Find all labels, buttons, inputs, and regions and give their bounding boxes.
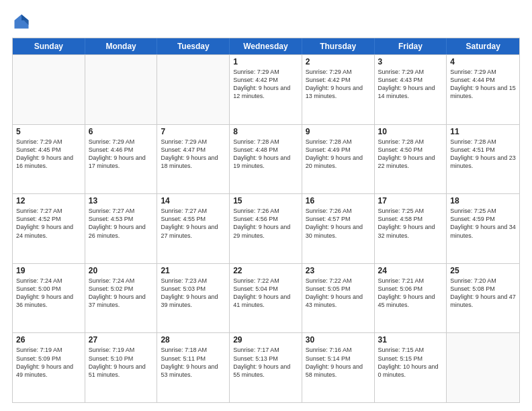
calendar-cell: 6Sunrise: 7:29 AM Sunset: 4:46 PM Daylig…: [85, 125, 158, 194]
calendar-cell: 2Sunrise: 7:29 AM Sunset: 4:42 PM Daylig…: [302, 55, 375, 124]
day-number: 17: [378, 196, 443, 205]
day-number: 27: [89, 335, 154, 345]
day-number: 23: [306, 266, 371, 275]
calendar-header-cell: Tuesday: [157, 38, 230, 54]
cell-info: Sunrise: 7:19 AM Sunset: 5:09 PM Dayligh…: [16, 346, 81, 379]
calendar-cell: 14Sunrise: 7:27 AM Sunset: 4:55 PM Dayli…: [157, 194, 230, 263]
day-number: 21: [161, 266, 226, 275]
day-number: 14: [161, 196, 226, 205]
calendar-body: 1Sunrise: 7:29 AM Sunset: 4:42 PM Daylig…: [13, 54, 519, 402]
calendar-cell: 8Sunrise: 7:28 AM Sunset: 4:48 PM Daylig…: [230, 125, 302, 194]
calendar-cell: 25Sunrise: 7:20 AM Sunset: 5:08 PM Dayli…: [447, 264, 519, 333]
calendar-cell: [13, 55, 85, 124]
cell-info: Sunrise: 7:24 AM Sunset: 5:02 PM Dayligh…: [89, 277, 154, 310]
cell-info: Sunrise: 7:22 AM Sunset: 5:04 PM Dayligh…: [233, 277, 298, 310]
day-number: 20: [89, 266, 154, 275]
calendar: SundayMondayTuesdayWednesdayThursdayFrid…: [12, 38, 520, 403]
svg-marker-1: [21, 15, 29, 21]
day-number: 2: [306, 57, 371, 66]
cell-info: Sunrise: 7:26 AM Sunset: 4:56 PM Dayligh…: [233, 207, 298, 240]
day-number: 13: [89, 196, 154, 205]
cell-info: Sunrise: 7:27 AM Sunset: 4:53 PM Dayligh…: [89, 207, 154, 240]
day-number: 22: [233, 266, 298, 275]
calendar-header-cell: Friday: [375, 38, 447, 54]
day-number: 29: [233, 335, 298, 345]
cell-info: Sunrise: 7:28 AM Sunset: 4:51 PM Dayligh…: [450, 138, 516, 171]
cell-info: Sunrise: 7:28 AM Sunset: 4:50 PM Dayligh…: [378, 138, 443, 171]
calendar-cell: 11Sunrise: 7:28 AM Sunset: 4:51 PM Dayli…: [447, 125, 519, 194]
calendar-header-cell: Wednesday: [230, 38, 302, 54]
day-number: 30: [306, 335, 371, 345]
cell-info: Sunrise: 7:20 AM Sunset: 5:08 PM Dayligh…: [450, 277, 516, 310]
calendar-cell: 27Sunrise: 7:19 AM Sunset: 5:10 PM Dayli…: [85, 333, 158, 402]
calendar-cell: 13Sunrise: 7:27 AM Sunset: 4:53 PM Dayli…: [85, 194, 158, 263]
cell-info: Sunrise: 7:29 AM Sunset: 4:42 PM Dayligh…: [233, 68, 298, 101]
calendar-cell: [447, 333, 519, 402]
calendar-header-cell: Thursday: [302, 38, 375, 54]
cell-info: Sunrise: 7:28 AM Sunset: 4:48 PM Dayligh…: [233, 138, 298, 171]
day-number: 11: [450, 127, 516, 136]
cell-info: Sunrise: 7:15 AM Sunset: 5:15 PM Dayligh…: [378, 346, 443, 379]
cell-info: Sunrise: 7:29 AM Sunset: 4:47 PM Dayligh…: [161, 138, 226, 171]
calendar-cell: 10Sunrise: 7:28 AM Sunset: 4:50 PM Dayli…: [375, 125, 447, 194]
calendar-cell: 30Sunrise: 7:16 AM Sunset: 5:14 PM Dayli…: [302, 333, 375, 402]
calendar-cell: [157, 55, 230, 124]
header: [12, 12, 520, 31]
day-number: 7: [161, 127, 226, 136]
day-number: 26: [16, 335, 81, 345]
cell-info: Sunrise: 7:29 AM Sunset: 4:46 PM Dayligh…: [89, 138, 154, 171]
cell-info: Sunrise: 7:19 AM Sunset: 5:10 PM Dayligh…: [89, 346, 154, 379]
cell-info: Sunrise: 7:18 AM Sunset: 5:11 PM Dayligh…: [161, 346, 226, 379]
calendar-row: 19Sunrise: 7:24 AM Sunset: 5:00 PM Dayli…: [13, 263, 519, 333]
calendar-cell: 21Sunrise: 7:23 AM Sunset: 5:03 PM Dayli…: [157, 264, 230, 333]
cell-info: Sunrise: 7:17 AM Sunset: 5:13 PM Dayligh…: [233, 346, 298, 379]
calendar-cell: 19Sunrise: 7:24 AM Sunset: 5:00 PM Dayli…: [13, 264, 85, 333]
day-number: 25: [450, 266, 516, 275]
day-number: 10: [378, 127, 443, 136]
day-number: 15: [233, 196, 298, 205]
cell-info: Sunrise: 7:26 AM Sunset: 4:57 PM Dayligh…: [306, 207, 371, 240]
calendar-cell: 12Sunrise: 7:27 AM Sunset: 4:52 PM Dayli…: [13, 194, 85, 263]
day-number: 1: [233, 57, 298, 66]
calendar-cell: 5Sunrise: 7:29 AM Sunset: 4:45 PM Daylig…: [13, 125, 85, 194]
calendar-cell: 20Sunrise: 7:24 AM Sunset: 5:02 PM Dayli…: [85, 264, 158, 333]
calendar-cell: 31Sunrise: 7:15 AM Sunset: 5:15 PM Dayli…: [375, 333, 447, 402]
day-number: 12: [16, 196, 81, 205]
calendar-cell: 3Sunrise: 7:29 AM Sunset: 4:43 PM Daylig…: [375, 55, 447, 124]
day-number: 5: [16, 127, 81, 136]
calendar-cell: 17Sunrise: 7:25 AM Sunset: 4:58 PM Dayli…: [375, 194, 447, 263]
calendar-cell: 24Sunrise: 7:21 AM Sunset: 5:06 PM Dayli…: [375, 264, 447, 333]
calendar-cell: 9Sunrise: 7:28 AM Sunset: 4:49 PM Daylig…: [302, 125, 375, 194]
calendar-cell: 15Sunrise: 7:26 AM Sunset: 4:56 PM Dayli…: [230, 194, 302, 263]
cell-info: Sunrise: 7:25 AM Sunset: 4:58 PM Dayligh…: [378, 207, 443, 240]
logo-icon: [12, 12, 31, 31]
calendar-header-row: SundayMondayTuesdayWednesdayThursdayFrid…: [13, 38, 519, 54]
calendar-row: 12Sunrise: 7:27 AM Sunset: 4:52 PM Dayli…: [13, 193, 519, 263]
logo: [12, 12, 34, 31]
day-number: 16: [306, 196, 371, 205]
cell-info: Sunrise: 7:25 AM Sunset: 4:59 PM Dayligh…: [450, 207, 516, 240]
calendar-row: 1Sunrise: 7:29 AM Sunset: 4:42 PM Daylig…: [13, 54, 519, 124]
page: SundayMondayTuesdayWednesdayThursdayFrid…: [0, 0, 532, 411]
day-number: 4: [450, 57, 516, 66]
calendar-cell: [85, 55, 158, 124]
day-number: 8: [233, 127, 298, 136]
cell-info: Sunrise: 7:24 AM Sunset: 5:00 PM Dayligh…: [16, 277, 81, 310]
calendar-cell: 28Sunrise: 7:18 AM Sunset: 5:11 PM Dayli…: [157, 333, 230, 402]
cell-info: Sunrise: 7:21 AM Sunset: 5:06 PM Dayligh…: [378, 277, 443, 310]
day-number: 31: [378, 335, 443, 345]
calendar-cell: 16Sunrise: 7:26 AM Sunset: 4:57 PM Dayli…: [302, 194, 375, 263]
day-number: 9: [306, 127, 371, 136]
cell-info: Sunrise: 7:23 AM Sunset: 5:03 PM Dayligh…: [161, 277, 226, 310]
calendar-cell: 1Sunrise: 7:29 AM Sunset: 4:42 PM Daylig…: [230, 55, 302, 124]
calendar-header-cell: Monday: [85, 38, 158, 54]
cell-info: Sunrise: 7:29 AM Sunset: 4:44 PM Dayligh…: [450, 68, 516, 101]
cell-info: Sunrise: 7:16 AM Sunset: 5:14 PM Dayligh…: [306, 346, 371, 379]
cell-info: Sunrise: 7:29 AM Sunset: 4:43 PM Dayligh…: [378, 68, 443, 101]
cell-info: Sunrise: 7:27 AM Sunset: 4:55 PM Dayligh…: [161, 207, 226, 240]
day-number: 19: [16, 266, 81, 275]
calendar-cell: 7Sunrise: 7:29 AM Sunset: 4:47 PM Daylig…: [157, 125, 230, 194]
calendar-cell: 18Sunrise: 7:25 AM Sunset: 4:59 PM Dayli…: [447, 194, 519, 263]
day-number: 6: [89, 127, 154, 136]
day-number: 24: [378, 266, 443, 275]
